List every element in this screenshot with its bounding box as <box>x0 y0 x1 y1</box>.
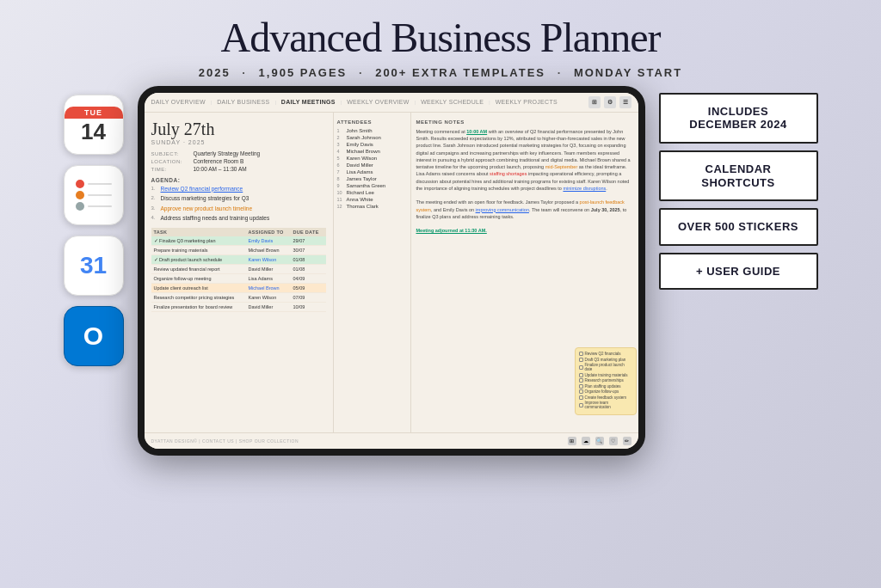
time-value: 10:00 AM – 11:30 AM <box>194 166 247 172</box>
list-item: 6David Miller <box>337 162 407 168</box>
col-task: TASK <box>154 230 247 235</box>
gray-dot <box>76 202 84 211</box>
bottom-icon-3[interactable]: 🔍 <box>595 437 604 445</box>
agenda-text-3: Approve new product launch timeline <box>161 205 253 212</box>
nav-icon-grid[interactable]: ⊞ <box>588 96 601 108</box>
list-item: 2Sarah Johnson <box>337 135 407 140</box>
time-label: TIME: <box>151 167 190 172</box>
list-item: 1John Smith <box>337 128 407 133</box>
table-row: Update client outreach list Michael Brow… <box>151 284 326 293</box>
feature-calendar-shortcuts: CALENDAR SHORTCUTS <box>659 150 818 201</box>
list-item: 8James Taylor <box>337 176 407 181</box>
location-row: LOCATION: Conference Room B <box>151 158 326 164</box>
bottom-icon-5[interactable]: ✏ <box>623 437 631 445</box>
task-due: 05/09 <box>293 285 323 291</box>
google-calendar-icon[interactable]: 31 <box>64 236 124 296</box>
outlook-app-icon[interactable]: O <box>64 306 124 366</box>
feature-user-guide: + USER GUIDE <box>659 253 818 291</box>
nav-icon-menu[interactable]: ☰ <box>619 96 631 108</box>
table-row: ✓ Draft product launch schedule Karen Wi… <box>151 255 326 265</box>
task-name: Update client outreach list <box>154 285 247 291</box>
subject-value: Quarterly Strategy Meeting <box>194 150 261 156</box>
list-item: 9Samantha Green <box>337 183 407 188</box>
meeting-date: July 27th <box>151 119 326 139</box>
nav-action-icons: ⊞ ⚙ ☰ <box>588 96 631 108</box>
bottom-icon-4[interactable]: ♡ <box>609 437 618 445</box>
calendar-day: TUE <box>65 107 123 119</box>
subtitle-pages: 1,905 PAGES <box>259 66 348 79</box>
notes-title: MEETING NOTES <box>416 119 633 125</box>
attendees-panel: ATTENDEES 1John Smith 2Sarah Johnson 3Em… <box>334 113 411 432</box>
table-row: Prepare training materials Michael Brown… <box>151 246 326 255</box>
nav-weekly-schedule[interactable]: WEEKLY SCHEDULE <box>421 99 484 105</box>
list-item: 12Thomas Clark <box>337 204 407 209</box>
feature-boxes: INCLUDES DECEMBER 2024 CALENDAR SHORTCUT… <box>659 86 818 291</box>
dot2: · <box>359 66 364 79</box>
task-due: 30/07 <box>293 248 323 253</box>
orange-dot <box>76 191 84 199</box>
table-row: Review updated financial report David Mi… <box>151 265 326 274</box>
task-assigned: Michael Brown <box>249 248 292 253</box>
list-item: 10Richard Lee <box>337 190 407 195</box>
task-due: 07/09 <box>293 295 323 300</box>
list-item: 11Anna White <box>337 197 407 202</box>
agenda-item-1: 1. Review Q2 financial performance <box>151 186 326 193</box>
task-name: Prepare training materials <box>154 248 247 253</box>
agenda-item-2: 2. Discuss marketing strategies for Q3 <box>151 195 326 202</box>
task-name: ✓ Finalize Q3 marketing plan <box>154 238 247 243</box>
nav-daily-business[interactable]: DAILY BUSINESS <box>217 99 269 105</box>
bottom-icon-1[interactable]: ⊞ <box>568 437 576 445</box>
reminder-line <box>88 194 112 196</box>
meeting-detail-panel: July 27th SUNDAY · 2025 SUBJECT: Quarter… <box>145 113 334 432</box>
calendar-app-icon[interactable]: TUE 14 <box>64 95 124 155</box>
task-assigned: Michael Brown <box>249 285 292 291</box>
tablet-content: July 27th SUNDAY · 2025 SUBJECT: Quarter… <box>145 113 638 432</box>
calendar-date: 14 <box>81 119 106 143</box>
location-value: Conference Room B <box>194 158 244 164</box>
tablet-bottom-bar: DYATTAN DESIGN© | CONTACT US | SHOP OUR … <box>145 432 638 449</box>
task-assigned: David Miller <box>249 304 292 309</box>
reminder-line <box>88 183 112 185</box>
task-due: 01/08 <box>293 257 323 262</box>
table-row: ✓ Finalize Q3 marketing plan Emily Davis… <box>151 236 326 246</box>
gcal-number: 31 <box>80 252 107 279</box>
table-row: Finalize presentation for board review D… <box>151 303 326 312</box>
tablet-screen: DAILY OVERVIEW | DAILY BUSINESS | DAILY … <box>145 93 638 449</box>
dot3: · <box>558 66 563 79</box>
subject-row: SUBJECT: Quarterly Strategy Meeting <box>151 150 326 156</box>
subtitle-year: 2025 <box>199 66 231 79</box>
outlook-letter: O <box>83 322 103 351</box>
red-dot <box>76 180 84 188</box>
subject-label: SUBJECT: <box>151 151 190 156</box>
reminder-line <box>88 205 112 207</box>
nav-daily-meetings[interactable]: DAILY MEETINGS <box>281 99 336 105</box>
list-item: 4Michael Brown <box>337 149 407 154</box>
reminder-dots <box>72 176 115 214</box>
nav-icon-settings[interactable]: ⚙ <box>604 96 616 108</box>
task-due: 29/07 <box>293 238 323 243</box>
tablet-nav[interactable]: DAILY OVERVIEW | DAILY BUSINESS | DAILY … <box>145 93 638 113</box>
bottom-icon-2[interactable]: ☁ <box>582 437 590 445</box>
page-header: Advanced Business Planner 2025 · 1,905 P… <box>0 0 881 86</box>
location-label: LOCATION: <box>151 159 190 164</box>
agenda-text-4: Address staffing needs and training upda… <box>161 215 270 222</box>
task-due: 04/09 <box>293 276 323 281</box>
feature-december-label: INCLUDES DECEMBER 2024 <box>675 105 803 132</box>
time-row: TIME: 10:00 AM – 11:30 AM <box>151 166 326 172</box>
nav-daily-overview[interactable]: DAILY OVERVIEW <box>151 99 206 105</box>
nav-weekly-overview[interactable]: WEEKLY OVERVIEW <box>347 99 410 105</box>
task-assigned: David Miller <box>249 266 292 272</box>
feature-user-guide-label: + USER GUIDE <box>675 265 803 279</box>
agenda-text-2: Discuss marketing strategies for Q3 <box>161 195 250 202</box>
task-due: 01/08 <box>293 266 323 272</box>
task-name: Organize follow-up meeting <box>154 276 247 281</box>
reminders-app-icon[interactable] <box>64 165 124 225</box>
attendees-title: ATTENDEES <box>337 119 407 125</box>
agenda-item-3: 3. Approve new product launch timeline <box>151 205 326 212</box>
meeting-notes-panel: MEETING NOTES Meeting commenced at 10:00… <box>411 113 638 432</box>
task-assigned: Emily Davis <box>249 238 292 243</box>
header-subtitle: 2025 · 1,905 PAGES · 200+ EXTRA TEMPLATE… <box>0 66 881 79</box>
nav-weekly-projects[interactable]: WEEKLY PROJECTS <box>496 99 558 105</box>
agenda-item-4: 4. Address staffing needs and training u… <box>151 215 326 222</box>
agenda-title: AGENDA: <box>151 177 326 183</box>
